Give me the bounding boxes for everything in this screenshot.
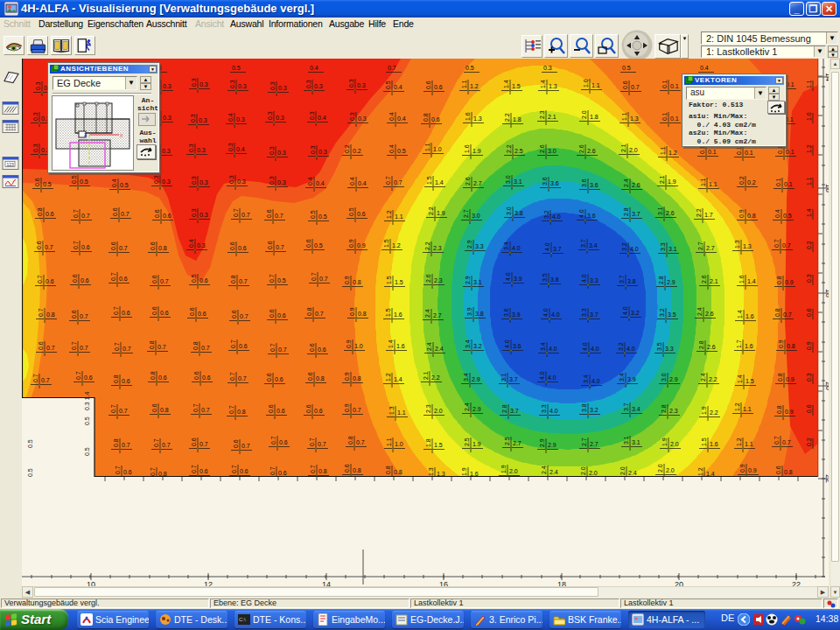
svg-text:0.3: 0.3 [229, 80, 235, 88]
svg-text:0.6: 0.6 [193, 371, 200, 380]
svg-text:4.0: 4.0 [592, 378, 600, 384]
svg-text:0.6: 0.6 [189, 307, 195, 316]
svg-text:0.7: 0.7 [158, 344, 166, 350]
svg-text:3.1: 3.1 [473, 279, 482, 285]
svg-text:0.4: 0.4 [388, 144, 395, 153]
svg-text:0.6: 0.6 [775, 466, 781, 474]
svg-text:0.8: 0.8 [784, 469, 793, 475]
svg-text:2.0: 2.0 [434, 408, 443, 414]
svg-text:2.6: 2.6 [465, 177, 471, 186]
svg-text:3.7: 3.7 [510, 408, 519, 414]
svg-text:1.3: 1.3 [549, 83, 557, 89]
svg-text:2.4: 2.4 [623, 178, 629, 187]
svg-text:3.6: 3.6 [542, 177, 548, 186]
svg-text:2.2: 2.2 [506, 144, 512, 153]
svg-text:1.4: 1.4 [806, 208, 812, 217]
svg-text:0.8: 0.8 [150, 371, 156, 380]
svg-text:4.0: 4.0 [578, 209, 584, 218]
svg-text:4.0: 4.0 [549, 346, 557, 352]
svg-text:2.0: 2.0 [620, 466, 626, 475]
svg-text:3.7: 3.7 [553, 246, 562, 252]
svg-text:0.3: 0.3 [191, 78, 197, 87]
svg-text:0.7: 0.7 [276, 244, 284, 250]
svg-text:1.6: 1.6 [465, 112, 471, 121]
svg-text:0.5: 0.5 [71, 175, 77, 184]
svg-text:0.9: 0.9 [786, 376, 794, 382]
svg-text:0.8: 0.8 [158, 245, 167, 251]
svg-text:0.7: 0.7 [318, 441, 326, 447]
svg-text:2.0: 2.0 [580, 466, 586, 475]
svg-text:1.9: 1.9 [662, 438, 668, 446]
svg-text:2.4: 2.4 [464, 402, 470, 411]
svg-text:0.7: 0.7 [153, 438, 159, 447]
svg-text:0.3: 0.3 [32, 112, 38, 121]
svg-text:1.4: 1.4 [503, 80, 509, 88]
svg-text:0.6: 0.6 [119, 276, 128, 282]
svg-text:0.1: 0.1 [662, 112, 668, 121]
svg-text:3.8: 3.8 [627, 278, 636, 284]
svg-text:0.3 1.4: 0.3 1.4 [84, 391, 90, 410]
svg-text:0.8: 0.8 [777, 373, 783, 382]
svg-text:0.6: 0.6 [434, 84, 443, 90]
svg-text:0.3: 0.3 [348, 79, 354, 88]
svg-text:1.1: 1.1 [395, 214, 403, 220]
svg-text:0.7: 0.7 [81, 213, 90, 219]
svg-text:0.7: 0.7 [242, 212, 250, 218]
svg-text:0.7: 0.7 [119, 408, 128, 414]
svg-text:1.9: 1.9 [701, 406, 707, 415]
svg-text:0.3: 0.3 [228, 175, 234, 184]
svg-text:1.5: 1.5 [512, 83, 521, 89]
svg-text:2.5: 2.5 [464, 438, 470, 446]
svg-text:2.0: 2.0 [666, 467, 675, 473]
svg-text:C:\: C:\ [239, 617, 246, 622]
svg-text:1.6: 1.6 [394, 312, 402, 318]
svg-text:3.1: 3.1 [668, 246, 677, 252]
svg-text:0.3: 0.3 [310, 145, 316, 154]
svg-text:0.6: 0.6 [81, 244, 90, 250]
svg-text:1.5: 1.5 [385, 308, 391, 317]
svg-text:3.6: 3.6 [503, 308, 509, 317]
svg-text:3.7: 3.7 [590, 312, 598, 318]
svg-text:3.8: 3.8 [514, 210, 523, 216]
svg-text:0.7: 0.7 [774, 436, 780, 444]
svg-text:4.0: 4.0 [591, 346, 599, 352]
svg-text:0.7: 0.7 [201, 407, 210, 413]
svg-text:1.0: 1.0 [395, 441, 403, 447]
svg-text:0.6: 0.6 [160, 310, 169, 316]
svg-text:1.1: 1.1 [660, 146, 666, 155]
svg-text:1.1: 1.1 [806, 80, 812, 88]
svg-text:0.8: 0.8 [774, 308, 780, 317]
svg-text:0.7: 0.7 [782, 439, 791, 445]
svg-text:0.3: 0.3 [32, 144, 38, 152]
svg-text:2.3: 2.3 [433, 245, 442, 251]
svg-text:1.3: 1.3 [743, 243, 752, 249]
svg-text:0.3: 0.3 [190, 114, 196, 122]
svg-text:0.6: 0.6 [158, 374, 167, 381]
svg-text:3.4: 3.4 [619, 373, 625, 382]
svg-text:0.2: 0.2 [806, 241, 812, 249]
svg-text:0.4: 0.4 [111, 178, 117, 187]
svg-text:0.7: 0.7 [45, 244, 53, 250]
svg-text:2.9: 2.9 [539, 438, 545, 447]
svg-text:1.2: 1.2 [470, 83, 479, 89]
svg-text:0.4: 0.4 [318, 115, 326, 121]
svg-text:2.9: 2.9 [466, 240, 472, 248]
svg-text:2.2: 2.2 [428, 206, 434, 215]
svg-text:0.6: 0.6 [318, 346, 326, 353]
svg-text:0.7: 0.7 [315, 311, 324, 317]
svg-text:14: 14 [824, 73, 829, 81]
svg-text:2.1: 2.1 [548, 114, 556, 120]
svg-text:0.7: 0.7 [113, 306, 119, 315]
svg-text:2.1: 2.1 [659, 175, 665, 184]
svg-text:0.4: 0.4 [349, 177, 355, 186]
svg-text:z: z [84, 131, 88, 137]
svg-text:0.6: 0.6 [269, 309, 275, 318]
svg-text:0.6: 0.6 [198, 311, 206, 317]
svg-text:0.9: 0.9 [785, 279, 794, 285]
svg-text:0.3: 0.3 [238, 83, 247, 89]
svg-text:0.7: 0.7 [394, 179, 402, 186]
svg-text:0.4: 0.4 [774, 209, 780, 218]
svg-text:0.2: 0.2 [747, 179, 756, 186]
svg-text:0.5: 0.5 [314, 242, 323, 248]
svg-text:0.7: 0.7 [46, 345, 55, 351]
